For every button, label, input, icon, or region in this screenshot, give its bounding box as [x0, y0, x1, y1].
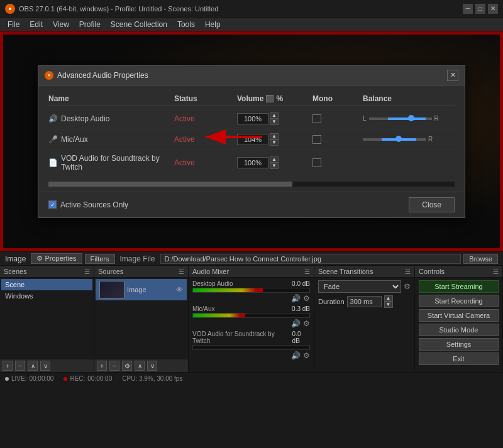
- sources-add-button[interactable]: +: [97, 361, 107, 371]
- title-bar-left: ● OBS 27.0.1 (64-bit, windows) - Profile…: [5, 4, 218, 14]
- scene-item[interactable]: Scene: [1, 279, 92, 290]
- settings-button[interactable]: Settings: [419, 338, 499, 351]
- desktop-audio-track-name: Desktop Audio: [192, 280, 233, 287]
- desktop-audio-balance-thumb: [408, 115, 414, 121]
- row-vod-status: Active: [174, 158, 237, 167]
- dialog-close-footer-button[interactable]: Close: [409, 197, 455, 212]
- duration-down[interactable]: ▼: [384, 302, 393, 308]
- sources-panel-icon[interactable]: ☰: [179, 268, 184, 275]
- desktop-audio-settings-icon[interactable]: ⚙: [303, 294, 310, 303]
- speaker-icon: 🔊: [48, 114, 57, 123]
- menu-scene-collection[interactable]: Scene Collection: [106, 19, 172, 30]
- file-path-input[interactable]: [160, 254, 462, 264]
- scenes-panel-content: Scene Windows: [0, 278, 94, 359]
- scene-item[interactable]: Windows: [1, 290, 92, 302]
- desktop-audio-mono-check[interactable]: [312, 114, 321, 123]
- sources-remove-button[interactable]: −: [109, 361, 119, 371]
- audio-track-mic: Mic/Aux 0.3 dB 🔊 ⚙: [190, 304, 312, 329]
- image-file-label: Image File: [120, 254, 155, 263]
- scenes-panel: Scenes ☰ Scene Windows + − ∧ ∨: [0, 266, 94, 372]
- mic-aux-volume-arrows: ▲ ▼: [270, 133, 279, 146]
- mic-aux-mono-check[interactable]: [312, 135, 321, 144]
- row-desktop-audio-name: 🔊 Desktop Audio: [48, 114, 174, 123]
- transitions-icon[interactable]: ☰: [405, 268, 411, 275]
- scenes-panel-title: Scenes: [4, 268, 27, 275]
- desktop-audio-mute-icon[interactable]: 🔊: [291, 294, 301, 303]
- transition-gear-icon[interactable]: ⚙: [404, 282, 411, 291]
- audio-mixer-panel: Audio Mixer ☰ Desktop Audio 0.0 dB 🔊 ⚙: [189, 266, 314, 372]
- menu-profile[interactable]: Profile: [74, 19, 106, 30]
- row-mic-aux-mono: [312, 135, 363, 144]
- start-streaming-button[interactable]: Start Streaming: [419, 280, 499, 293]
- scenes-down-button[interactable]: ∨: [40, 361, 50, 371]
- scene-transitions-title: Scene Transitions: [318, 268, 373, 275]
- scenes-up-button[interactable]: ∧: [28, 361, 38, 371]
- mic-aux-mute-icon[interactable]: 🔊: [291, 319, 301, 328]
- mic-aux-vol-up[interactable]: ▲: [270, 133, 279, 139]
- vod-mute-icon[interactable]: 🔊: [291, 351, 301, 360]
- live-label: LIVE:: [11, 375, 26, 382]
- vod-volume-input[interactable]: [237, 157, 268, 168]
- title-bar-controls: ─ □ ✕: [463, 4, 498, 14]
- controls-icon[interactable]: ☰: [493, 268, 499, 275]
- source-visibility-icon[interactable]: 👁: [176, 286, 183, 293]
- window-title: OBS 27.0.1 (64-bit, windows) - Profile: …: [19, 5, 218, 13]
- audio-mixer-icon[interactable]: ☰: [304, 268, 310, 275]
- vod-settings-icon[interactable]: ⚙: [303, 351, 310, 360]
- menu-tools[interactable]: Tools: [172, 19, 200, 30]
- dialog-close-button[interactable]: ✕: [447, 70, 458, 81]
- controls-panel-title: Controls: [419, 268, 445, 275]
- desktop-audio-vol-up[interactable]: ▲: [270, 112, 279, 119]
- row-mic-aux-name: 🎤 Mic/Aux: [48, 135, 174, 144]
- vod-vol-up[interactable]: ▲: [270, 156, 279, 163]
- window-close-button[interactable]: ✕: [488, 4, 498, 14]
- preview-area: ● Advanced Audio Properties ✕ Name Statu…: [0, 31, 503, 251]
- duration-up[interactable]: ▲: [384, 295, 393, 302]
- sources-down-button[interactable]: ∨: [147, 361, 157, 371]
- rec-indicator: [64, 377, 67, 381]
- vod-vol-down[interactable]: ▼: [270, 163, 279, 169]
- table-row: 🎤 Mic/Aux Active ▲ ▼: [48, 129, 455, 150]
- dialog-icon: ●: [45, 71, 53, 80]
- properties-button[interactable]: ⚙ Properties: [31, 253, 82, 264]
- vod-mono-check[interactable]: [312, 158, 321, 167]
- duration-input[interactable]: [347, 296, 382, 307]
- desktop-audio-balance-slider[interactable]: [369, 117, 432, 120]
- transition-type-select[interactable]: Fade: [318, 280, 401, 293]
- active-sources-checkbox-container: ✓ Active Sources Only: [48, 200, 128, 209]
- menu-help[interactable]: Help: [200, 19, 226, 30]
- scenes-panel-icon[interactable]: ☰: [84, 268, 90, 275]
- rec-label: REC:: [70, 375, 85, 382]
- mic-aux-vol-down[interactable]: ▼: [270, 139, 279, 146]
- maximize-button[interactable]: □: [475, 4, 485, 14]
- volume-checkbox[interactable]: [266, 95, 274, 102]
- scenes-remove-button[interactable]: −: [15, 361, 25, 371]
- start-recording-button[interactable]: Start Recording: [419, 295, 499, 307]
- start-virtual-camera-button[interactable]: Start Virtual Camera: [419, 309, 499, 322]
- table-row: 📄 VOD Audio for Soundtrack by Twitch Act…: [48, 150, 455, 175]
- row-desktop-audio-balance: L R: [363, 115, 455, 122]
- studio-mode-button[interactable]: Studio Mode: [419, 324, 499, 336]
- desktop-audio-volume-input[interactable]: [237, 113, 268, 124]
- active-sources-checkbox[interactable]: ✓: [48, 200, 57, 209]
- browse-button[interactable]: Browse: [463, 254, 498, 264]
- exit-button[interactable]: Exit: [419, 352, 499, 365]
- filters-button[interactable]: Filters: [85, 254, 115, 264]
- row-desktop-audio-volume: ▲ ▼: [237, 112, 312, 125]
- rec-status: REC: 00:00:00: [64, 375, 112, 382]
- mic-aux-balance-thumb: [395, 136, 402, 142]
- menu-file[interactable]: File: [3, 19, 25, 30]
- mic-aux-settings-icon[interactable]: ⚙: [303, 319, 310, 328]
- sources-settings-button[interactable]: ⚙: [122, 361, 132, 371]
- desktop-audio-vol-down[interactable]: ▼: [270, 119, 279, 125]
- scenes-add-button[interactable]: +: [3, 361, 13, 371]
- dialog-scrollbar[interactable]: [48, 182, 455, 187]
- col-status-header: Status: [174, 94, 237, 103]
- list-item[interactable]: Image 👁: [96, 279, 187, 300]
- minimize-button[interactable]: ─: [463, 4, 473, 14]
- menu-edit[interactable]: Edit: [25, 19, 48, 30]
- sources-up-button[interactable]: ∧: [135, 361, 145, 371]
- row-vod-mono: [312, 158, 363, 167]
- mic-aux-balance-slider[interactable]: [363, 138, 426, 141]
- menu-view[interactable]: View: [48, 19, 74, 30]
